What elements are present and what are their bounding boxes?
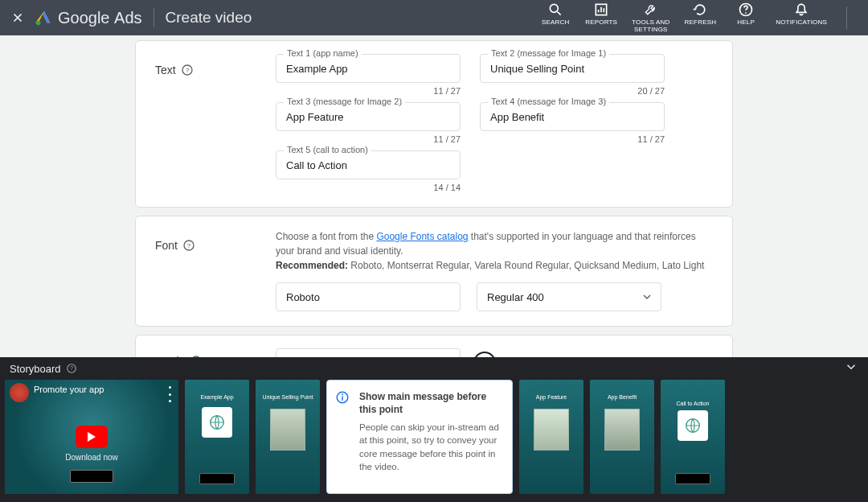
- text1-counter: 11 / 27: [276, 86, 461, 96]
- tool-help[interactable]: HELP: [731, 2, 761, 27]
- close-button[interactable]: [6, 6, 29, 29]
- help-icon[interactable]: ?: [182, 239, 195, 252]
- text4-label: Text 4 (message for Image 3): [488, 97, 609, 106]
- storyboard-slide-4[interactable]: App Benefit: [590, 380, 654, 494]
- text3-counter: 11 / 27: [276, 134, 461, 144]
- help-icon[interactable]: ?: [181, 64, 194, 76]
- help-icon[interactable]: ?: [66, 363, 77, 374]
- svg-point-16: [342, 393, 343, 395]
- text2-label: Text 2 (message for Image 1): [488, 48, 609, 58]
- text5-input[interactable]: [276, 150, 461, 179]
- youtube-play-icon: [76, 426, 108, 448]
- svg-text:?: ?: [187, 242, 191, 249]
- collapse-button[interactable]: [844, 360, 858, 377]
- preview-title: Promote your app: [34, 385, 104, 394]
- chevron-down-icon: [844, 360, 858, 374]
- main-content: Text ? Text 1 (app name) 11 / 27 Text 2 …: [0, 35, 868, 357]
- text2-counter: 20 / 27: [480, 86, 665, 96]
- text4-input[interactable]: [480, 102, 665, 131]
- music-section: Music ? Hovering Thoughts: [135, 335, 733, 357]
- preview-cta: Download now: [5, 453, 178, 462]
- storyboard-slide-2[interactable]: Unique Selling Point: [256, 380, 320, 494]
- svg-text:?: ?: [70, 365, 73, 371]
- svg-rect-15: [342, 397, 343, 401]
- google-ads-logo-icon: [35, 9, 53, 27]
- storyboard-tip: Show main message before this point Peop…: [326, 380, 513, 494]
- search-icon: [547, 2, 563, 18]
- tool-reports[interactable]: REPORTS: [585, 2, 617, 27]
- more-button[interactable]: [169, 386, 172, 402]
- google-fonts-link[interactable]: Google Fonts catalog: [376, 231, 468, 242]
- header-toolbar: SEARCH REPORTS TOOLS AND SETTINGS REFRES…: [540, 2, 862, 34]
- tip-body: People can skip your in-stream ad at thi…: [359, 421, 502, 472]
- divider: [846, 6, 847, 29]
- tool-search[interactable]: SEARCH: [540, 2, 571, 27]
- refresh-icon: [692, 2, 708, 18]
- reports-icon: [593, 2, 609, 18]
- storyboard-slide-3[interactable]: App Feature: [519, 380, 583, 494]
- video-preview[interactable]: Promote your app Download now: [5, 380, 178, 494]
- google-play-badge-icon: [199, 473, 235, 484]
- play-button[interactable]: [473, 352, 496, 357]
- svg-point-1: [551, 5, 559, 13]
- text1-label: Text 1 (app name): [284, 48, 362, 58]
- chevron-down-icon: [643, 293, 651, 301]
- bell-icon: [793, 2, 809, 18]
- app-icon: [678, 410, 708, 441]
- svg-point-0: [36, 21, 41, 25]
- app-icon: [202, 407, 232, 438]
- tool-notifications[interactable]: NOTIFICATIONS: [776, 2, 827, 27]
- storyboard-title: Storyboard: [10, 363, 61, 375]
- svg-point-4: [745, 13, 747, 14]
- slide-image: [270, 409, 305, 451]
- text2-input[interactable]: [480, 54, 665, 83]
- storyboard-panel: Storyboard ? Promote your app Download n…: [0, 357, 868, 502]
- font-weight-select[interactable]: Regular 400: [477, 282, 661, 311]
- brand-ads: Ads: [114, 9, 141, 27]
- text5-label: Text 5 (call to action): [284, 145, 371, 154]
- google-play-badge-icon: [675, 473, 710, 484]
- brand-google: Google: [58, 9, 110, 27]
- text1-input[interactable]: [276, 54, 461, 83]
- tool-refresh[interactable]: REFRESH: [685, 2, 717, 27]
- slide-image: [604, 409, 640, 451]
- slide-image: [534, 409, 569, 451]
- text3-label: Text 3 (message for Image 2): [284, 97, 405, 106]
- divider: [154, 8, 154, 27]
- brand-text: Google Ads: [58, 9, 142, 27]
- info-icon: [335, 390, 350, 405]
- font-section-label: Font: [155, 239, 178, 252]
- text3-input[interactable]: [276, 102, 461, 131]
- app-header: Google Ads Create video SEARCH REPORTS T…: [0, 0, 868, 35]
- font-section: Font ? Choose a font from the Google Fon…: [135, 216, 733, 327]
- text5-counter: 14 / 14: [276, 183, 461, 192]
- help-icon: [738, 2, 754, 18]
- text-section: Text ? Text 1 (app name) 11 / 27 Text 2 …: [135, 40, 733, 208]
- wrench-icon: [643, 2, 659, 18]
- font-family-input[interactable]: [276, 282, 461, 311]
- text-section-label: Text: [155, 64, 176, 76]
- close-icon: [10, 10, 25, 25]
- tool-tools-settings[interactable]: TOOLS AND SETTINGS: [632, 2, 669, 34]
- text4-counter: 11 / 27: [480, 134, 665, 144]
- google-play-badge-icon: [70, 470, 113, 483]
- page-title: Create video: [166, 9, 252, 27]
- storyboard-slide-5[interactable]: Call to Action: [661, 380, 725, 494]
- font-description: Choose a font from the Google Fonts cata…: [276, 229, 713, 273]
- channel-avatar: [10, 383, 29, 402]
- music-track-select[interactable]: Hovering Thoughts: [276, 348, 461, 357]
- storyboard-slide-1[interactable]: Example App: [185, 380, 249, 494]
- svg-text:?: ?: [185, 67, 189, 74]
- tip-title: Show main message before this point: [359, 390, 502, 416]
